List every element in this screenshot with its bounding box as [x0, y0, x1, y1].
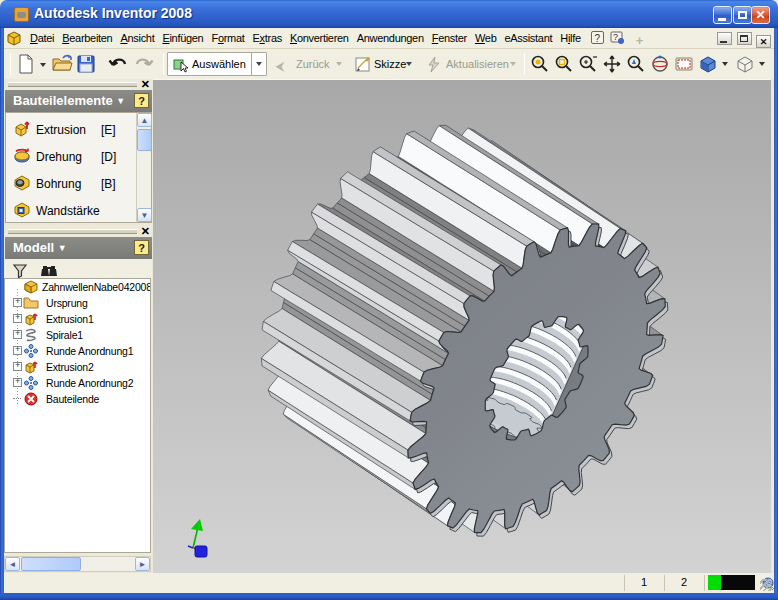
svg-text:?: ?: [613, 32, 618, 42]
